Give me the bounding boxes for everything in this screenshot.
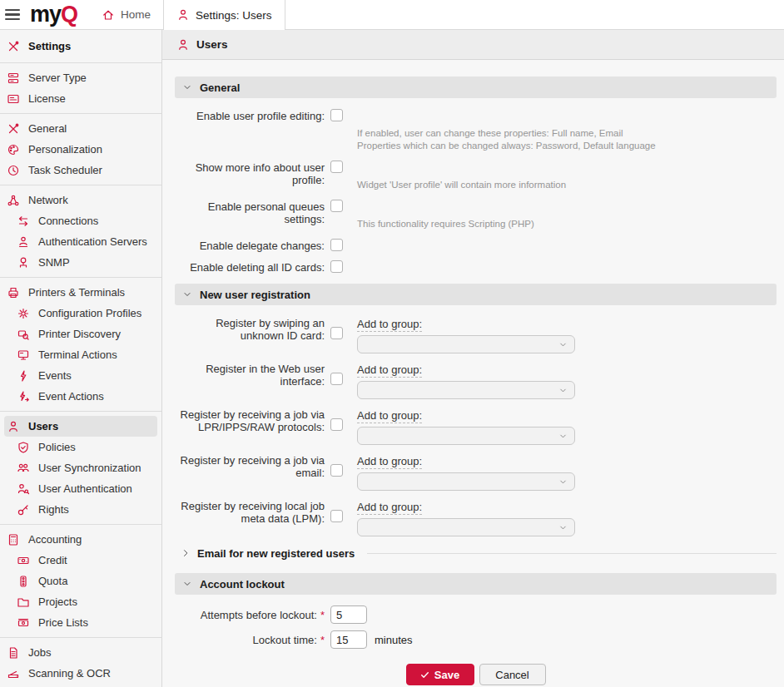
sidebar-item-printer-discovery[interactable]: Printer Discovery [0, 324, 161, 344]
sidebar-item-label: Events [38, 369, 72, 382]
field-label: Register by swiping an unknown ID card: [175, 316, 325, 353]
hamburger-menu-icon[interactable] [0, 0, 28, 29]
sidebar-item-jobs[interactable]: Jobs [0, 642, 161, 663]
sidebar-item-general[interactable]: General [0, 118, 161, 139]
sidebar-item-printers-terminals[interactable]: Printers & Terminals [0, 282, 161, 303]
add-to-group-label: Add to group: [357, 501, 422, 515]
register-by-swiping-an-unknown-id-card-checkbox[interactable] [330, 327, 343, 339]
show-more-info-about-user-profile-checkbox[interactable] [330, 161, 343, 173]
divider-line [367, 553, 777, 554]
sidebar-item-label: Accounting [28, 533, 82, 546]
enable-deleting-all-id-cards-checkbox[interactable] [330, 260, 343, 273]
chevron-down-icon [182, 289, 192, 299]
field-label: Register by receiving a job via LPR/IPPS… [175, 408, 325, 445]
sidebar-item-projects[interactable]: Projects [0, 591, 161, 612]
register-in-the-web-user-interface-checkbox[interactable] [330, 373, 343, 385]
add-to-group-select[interactable] [357, 427, 575, 445]
setting-row-register-by-receiving-local-job-meta-data-lpm: Register by receiving local job meta dat… [175, 499, 777, 536]
section-header-new-user-registration[interactable]: New user registration [175, 284, 777, 305]
sidebar-item-snmp[interactable]: SNMP [0, 252, 161, 273]
chevron-down-icon [558, 523, 568, 532]
field-label: Attempts before lockout:* [175, 609, 325, 621]
chevron-down-icon [558, 340, 568, 349]
sidebar-item-server-type[interactable]: Server Type [0, 67, 161, 88]
enable-personal-queues-settings-checkbox[interactable] [330, 200, 343, 212]
myq-logo[interactable]: myQ [28, 0, 89, 29]
document-icon [7, 646, 20, 660]
add-to-group-select[interactable] [357, 335, 575, 353]
sidebar-item-users[interactable]: Users [4, 416, 157, 437]
sidebar-item-label: Configuration Profiles [38, 307, 141, 319]
add-to-group-field: Add to group: [357, 362, 575, 399]
register-by-receiving-a-job-via-lpr-ipps-raw-protocols-checkbox[interactable] [330, 418, 343, 431]
sidebar-item-personalization[interactable]: Personalization [0, 139, 161, 160]
sidebar-item-label: General [28, 122, 67, 135]
setting-row-attempts-before-lockout: Attempts before lockout:* [175, 605, 777, 624]
sidebar-item-user-authentication[interactable]: User Authentication [0, 478, 161, 499]
printer-search-icon [17, 328, 30, 341]
add-to-group-label: Add to group: [357, 455, 422, 469]
sidebar-item-accounting[interactable]: Accounting [0, 529, 161, 550]
setting-row-enable-deleting-all-id-cards: Enable deleting all ID cards: [175, 260, 777, 274]
sidebar-divider [0, 113, 161, 114]
section-header-account-lockout[interactable]: Account lockout [175, 573, 777, 595]
sidebar-item-task-scheduler[interactable]: Task Scheduler [0, 160, 161, 180]
sidebar-item-license[interactable]: License [0, 88, 161, 109]
register-by-receiving-a-job-via-email-checkbox[interactable] [330, 464, 343, 477]
person-icon [176, 38, 190, 52]
license-card-icon [7, 92, 20, 106]
sidebar-item-scanning-ocr[interactable]: Scanning & OCR [0, 663, 161, 684]
register-by-receiving-local-job-meta-data-lpm-checkbox[interactable] [330, 510, 343, 522]
required-asterisk: * [320, 634, 325, 646]
add-to-group-select[interactable] [357, 381, 575, 399]
field-label: Enable delegate changes: [175, 239, 325, 252]
save-button-label: Save [434, 669, 459, 681]
sidebar-item-user-synchronization[interactable]: User Synchronization [0, 457, 161, 478]
field-label: Register in the Web user interface: [175, 362, 325, 399]
form-actions: Save Cancel [175, 664, 777, 685]
cancel-button[interactable]: Cancel [479, 664, 546, 685]
enable-delegate-changes-checkbox[interactable] [330, 239, 343, 251]
add-to-group-select[interactable] [357, 472, 575, 491]
add-to-group-select[interactable] [357, 518, 575, 536]
section-header-email-for-new-registered-users[interactable]: Email for new registered users [181, 545, 777, 561]
sidebar-item-rights[interactable]: Rights [0, 499, 161, 520]
clock-icon [7, 164, 20, 177]
sidebar-item-event-actions[interactable]: Event Actions [0, 386, 161, 407]
sidebar-item-authentication-servers[interactable]: Authentication Servers [0, 231, 161, 252]
sidebar-item-settings[interactable]: Settings [0, 34, 161, 58]
add-to-group-field: Add to group: [357, 453, 575, 491]
save-button[interactable]: Save [406, 664, 474, 685]
sidebar-item-policies[interactable]: Policies [0, 437, 161, 457]
lockout-time-input[interactable] [330, 630, 367, 649]
field-hint: This functionality requires Scripting (P… [357, 218, 534, 230]
sidebar-item-network[interactable]: Network [0, 190, 161, 210]
settings-content: General Enable user profile editing:If e… [162, 60, 784, 687]
section-title: Account lockout [200, 578, 285, 591]
tab-home[interactable]: Home [89, 0, 163, 29]
sidebar-item-label: Event Actions [38, 390, 104, 403]
sidebar-item-connections[interactable]: Connections [0, 210, 161, 231]
general-section-body: Enable user profile editing:If enabled, … [175, 109, 777, 274]
sidebar-item-terminal-actions[interactable]: Terminal Actions [0, 344, 161, 365]
setting-row-enable-delegate-changes: Enable delegate changes: [175, 239, 777, 252]
section-header-general[interactable]: General [175, 77, 777, 98]
palette-icon [7, 143, 20, 156]
tab-settings-users[interactable]: Settings: Users [163, 0, 285, 30]
sidebar-divider [0, 277, 161, 278]
sidebar-item-credit[interactable]: Credit [0, 550, 161, 571]
required-asterisk: * [320, 609, 325, 621]
sidebar-item-label: Server Type [28, 72, 87, 84]
sidebar-item-label: Rights [38, 503, 69, 516]
sidebar-item-configuration-profiles[interactable]: Configuration Profiles [0, 303, 161, 324]
setting-row-register-by-receiving-a-job-via-lpr-ipps-raw-protocols: Register by receiving a job via LPR/IPPS… [175, 408, 777, 445]
checkbox-wrap [330, 200, 343, 230]
shield-check-icon [17, 441, 30, 454]
sidebar-item-price-lists[interactable]: Price Lists [0, 612, 161, 633]
sidebar-item-events[interactable]: Events [0, 365, 161, 386]
enable-user-profile-editing-checkbox[interactable] [330, 109, 343, 121]
sidebar-item-label: Users [28, 420, 58, 432]
field-label: Show more info about user profile: [175, 161, 325, 191]
attempts-before-lockout-input[interactable] [330, 605, 367, 624]
sidebar-item-quota[interactable]: Quota [0, 571, 161, 591]
